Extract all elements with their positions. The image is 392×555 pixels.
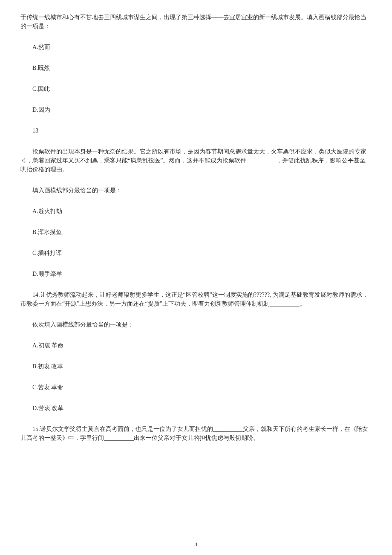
- q14-option-d: D.苦衷 改革: [20, 404, 372, 413]
- q15-stem: 15.诺贝尔文学奖得主莫言在高考面前，也只是一位为了女儿而担忧的________…: [20, 425, 372, 442]
- q14-stem: 14.让优秀教师流动起来，让好老师辐射更多学生，这正是“区管校聘”这一制度实施的…: [20, 290, 372, 308]
- page-number: 4: [0, 540, 392, 549]
- q13-instruction: 填入画横线部分最恰当的一项是：: [20, 186, 372, 195]
- q13-stem: 抢票软件的出现本身是一种无奈的结果。它之所以有市场，是因为春节期间总需求量太大，…: [20, 147, 372, 174]
- q13-option-c: C.插科打诨: [20, 249, 372, 257]
- q14-option-a: A.初衷 革命: [20, 341, 372, 350]
- q12-option-c: C.因此: [20, 84, 372, 93]
- page-container: 于传统一线城市和心有不甘地去三四线城市谋生之间，出现了第三种选择——去宜居宜业的…: [0, 0, 392, 555]
- q14-option-b: B.初衷 改革: [20, 362, 372, 371]
- q13-option-b: B.浑水摸鱼: [20, 228, 372, 237]
- q14-option-c: C.苦衷 革命: [20, 383, 372, 392]
- q14-instruction: 依次填入画横线部分最恰当的一项是：: [20, 320, 372, 329]
- q13-option-d: D.顺手牵羊: [20, 269, 372, 278]
- q12-stem-continuation: 于传统一线城市和心有不甘地去三四线城市谋生之间，出现了第三种选择——去宜居宜业的…: [20, 13, 372, 31]
- q12-option-d: D.因为: [20, 105, 372, 114]
- q13-number: 13: [20, 126, 372, 135]
- q12-option-a: A.然而: [20, 43, 372, 52]
- q13-option-a: A.趁火打劫: [20, 207, 372, 216]
- q12-option-b: B.既然: [20, 64, 372, 72]
